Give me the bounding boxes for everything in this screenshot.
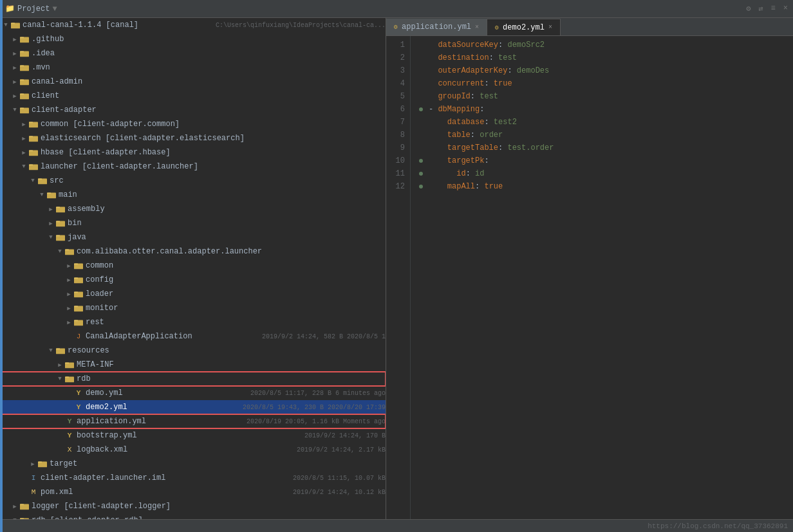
tree-item-rdb2[interactable]: ▼rdb [client-adapter.rdb] [0, 513, 386, 519]
tree-item-mvn[interactable]: ▶.mvn [0, 60, 386, 75]
file-icon-java: J [73, 333, 84, 340]
tree-item-label: META-INF [77, 360, 386, 369]
folder-icon [64, 361, 75, 369]
code-line-2: destination: test [418, 51, 785, 64]
tree-item-loader[interactable]: ▶loader [0, 287, 386, 301]
tree-item-launcher[interactable]: ▼launcher [client-adapter.launcher] [0, 160, 386, 174]
yml-icon-active: ⚙ [495, 24, 499, 32]
tree-item-label: rdb [client-adapter.rdb] [32, 516, 386, 519]
dropdown-icon[interactable]: ▼ [52, 5, 57, 14]
gear-icon[interactable]: ≡ [771, 4, 776, 14]
tree-item-label: canal-admin [32, 77, 386, 86]
code-line-10: targetPk: [418, 154, 785, 167]
line-number-9: 9 [391, 142, 405, 154]
settings-icon[interactable]: ⚙ [746, 4, 751, 14]
tree-item-assembly[interactable]: ▶assembly [0, 202, 386, 216]
code-area[interactable]: dataSourceKey: demoSrc2 destination: tes… [411, 36, 793, 519]
tree-item-common[interactable]: ▶common [client-adapter.common] [0, 117, 386, 131]
tree-item-canal-canal[interactable]: ▼canal-canal-1.1.4 [canal]C:\Users\qinfu… [0, 18, 386, 32]
tree-item-label: monitor [86, 304, 386, 313]
svg-rect-15 [29, 122, 33, 124]
svg-rect-47 [65, 363, 69, 364]
tree-item-canal-admin[interactable]: ▶canal-admin [0, 75, 386, 89]
code-line-3: outerAdapterKey: demoDes [418, 64, 785, 77]
tree-item-meta: 2020/8/19 20:05, 1.16 kB Moments ago [247, 418, 386, 425]
tree-item-config[interactable]: ▶config [0, 273, 386, 287]
file-icon-yml-green: Y [64, 417, 75, 425]
tree-item-label: pom.xml [41, 488, 288, 497]
tree-item-main[interactable]: ▼main [0, 188, 386, 202]
file-icon-yml: Y [64, 432, 75, 439]
code-line-9: targetTable: test.order [418, 142, 785, 154]
tree-item-logback-xml[interactable]: Xlogback.xml2019/9/2 14:24, 2.17 kB [0, 443, 386, 457]
tree-item-client[interactable]: ▶client [0, 89, 386, 103]
tree-item-meta-inf[interactable]: ▶META-INF [0, 358, 386, 372]
tree-arrow: ▼ [1, 22, 10, 28]
folder-icon [73, 262, 84, 270]
tree-item-label: target [50, 459, 386, 468]
tree-item-label: main [59, 190, 386, 199]
folder-icon [19, 92, 30, 100]
tree-arrow: ▶ [46, 206, 55, 213]
line-number-6: 6 [391, 103, 405, 116]
tree-item-github[interactable]: ▶.github [0, 32, 386, 46]
tree-item-bin[interactable]: ▶bin [0, 216, 386, 230]
tree-item-demo2-yml[interactable]: Ydemo2.yml2020/8/5 19:43, 230 B 2020/8/2… [0, 400, 386, 414]
tree-item-monitor[interactable]: ▶monitor [0, 301, 386, 315]
tree-item-demo-yml[interactable]: Ydemo.yml2020/8/5 11:17, 228 B 6 minutes… [0, 386, 386, 400]
tab-application-yml[interactable]: ⚙ application.yml × [386, 19, 487, 35]
tab-demo2-yml[interactable]: ⚙ demo2.yml × [487, 19, 561, 35]
close-icon[interactable]: × [783, 4, 788, 14]
tree-item-hbase[interactable]: ▶hbase [client-adapter.hbase] [0, 145, 386, 160]
tree-item-app-yml[interactable]: Yapplication.yml2020/8/19 20:05, 1.16 kB… [0, 414, 386, 428]
tree-item-java[interactable]: ▼java [0, 230, 386, 244]
tree-arrow: ▼ [37, 192, 46, 198]
svg-rect-55 [20, 518, 24, 520]
tree-item-label: assembly [68, 205, 386, 214]
tree-item-launcher-iml[interactable]: Iclient-adapter.launcher.iml2020/8/5 11:… [0, 471, 386, 485]
tree-arrow: ▶ [19, 121, 28, 128]
tree-item-idea[interactable]: ▶.idea [0, 46, 386, 60]
tree-item-meta: 2019/9/2 14:24, 2.17 kB [297, 446, 386, 454]
tree-item-logger[interactable]: ▶logger [client-adapter.logger] [0, 499, 386, 513]
tree-item-meta: 2019/9/2 14:24, 10.12 kB [293, 489, 386, 496]
tree-item-bootstrap-yml[interactable]: Ybootstrap.yml2019/9/2 14:24, 170 B [0, 428, 386, 443]
top-bar: 📁 Project ▼ ⚙ ⇄ ≡ × [0, 0, 793, 18]
svg-rect-23 [38, 179, 42, 180]
tree-item-pom-xml[interactable]: Mpom.xml2019/9/2 14:24, 10.12 kB [0, 485, 386, 499]
tab-close-demo2[interactable]: × [548, 24, 552, 31]
file-icon-yml: Y [73, 389, 84, 397]
svg-rect-37 [74, 278, 78, 279]
folder-icon [73, 276, 84, 284]
tree-item-rdb[interactable]: ▼rdb [0, 372, 386, 386]
tree-item-client-adapter[interactable]: ▼client-adapter [0, 103, 386, 117]
folder-icon [55, 219, 66, 227]
folder-icon [28, 163, 39, 170]
tree-item-rest[interactable]: ▶rest [0, 315, 386, 329]
tree-item-meta: 2020/8/5 11:15, 10.07 kB [293, 475, 386, 482]
tree-item-canal-app[interactable]: JCanalAdapterApplication2019/9/2 14:24, … [0, 329, 386, 344]
tree-arrow: ▶ [64, 305, 73, 312]
code-line-11: id: id [418, 167, 785, 180]
tree-item-common2[interactable]: ▶common [0, 259, 386, 273]
svg-rect-31 [56, 235, 60, 237]
tree-item-src[interactable]: ▼src [0, 174, 386, 188]
tree-item-resources[interactable]: ▼resources [0, 344, 386, 358]
svg-rect-21 [29, 165, 33, 166]
split-icon[interactable]: ⇄ [758, 4, 763, 14]
tree-item-com-pkg[interactable]: ▼com.alibaba.otter.canal.adapter.launche… [0, 244, 386, 259]
svg-rect-5 [20, 51, 24, 53]
tree-item-target[interactable]: ▶target [0, 457, 386, 471]
code-line-1: dataSourceKey: demoSrc2 [418, 39, 785, 51]
tree-item-label: elasticsearch [client-adapter.elasticsea… [41, 134, 386, 143]
folder-icon [55, 347, 66, 354]
tab-close-application[interactable]: × [475, 24, 479, 31]
tree-item-label: common [86, 261, 386, 270]
file-icon-xml: X [64, 446, 75, 454]
line-number-3: 3 [391, 64, 405, 77]
tree-item-elasticsearch[interactable]: ▶elasticsearch [client-adapter.elasticse… [0, 131, 386, 145]
project-tree[interactable]: ▼canal-canal-1.1.4 [canal]C:\Users\qinfu… [0, 18, 386, 519]
editor-content: 123456789101112 dataSourceKey: demoSrc2 … [386, 36, 793, 519]
file-icon-yml: Y [73, 403, 84, 411]
folder-icon [73, 290, 84, 298]
